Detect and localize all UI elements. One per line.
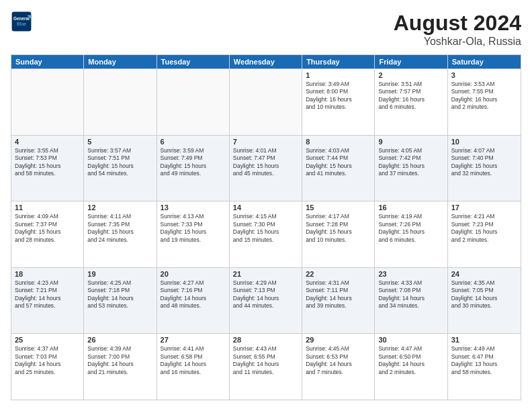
day-number: 22 — [306, 270, 371, 278]
day-info: Sunrise: 4:47 AM Sunset: 6:50 PM Dayligh… — [378, 345, 443, 376]
day-info: Sunrise: 4:05 AM Sunset: 7:42 PM Dayligh… — [378, 147, 443, 178]
day-number: 24 — [451, 270, 517, 278]
day-number: 17 — [451, 203, 517, 212]
calendar-header-cell: Sunday — [11, 55, 84, 68]
day-info: Sunrise: 3:49 AM Sunset: 8:00 PM Dayligh… — [306, 81, 371, 111]
calendar-header-cell: Monday — [84, 55, 157, 68]
day-number: 2 — [378, 71, 443, 79]
day-info: Sunrise: 4:31 AM Sunset: 7:11 PM Dayligh… — [306, 279, 371, 310]
calendar-header-cell: Thursday — [302, 55, 375, 68]
day-number: 23 — [378, 270, 443, 278]
day-info: Sunrise: 3:59 AM Sunset: 7:49 PM Dayligh… — [161, 147, 226, 178]
page-subtitle: Yoshkar-Ola, Russia — [394, 36, 521, 48]
calendar-header-cell: Friday — [375, 55, 447, 68]
svg-text:Blue: Blue — [17, 21, 26, 26]
calendar-cell-empty — [157, 69, 230, 135]
day-number: 29 — [306, 336, 371, 344]
calendar-cell: 10Sunrise: 4:07 AM Sunset: 7:40 PM Dayli… — [448, 136, 521, 201]
day-number: 13 — [161, 203, 226, 212]
calendar-header-cell: Saturday — [448, 55, 521, 68]
day-info: Sunrise: 4:17 AM Sunset: 7:28 PM Dayligh… — [306, 213, 371, 244]
day-info: Sunrise: 4:21 AM Sunset: 7:23 PM Dayligh… — [451, 213, 517, 244]
day-info: Sunrise: 4:43 AM Sunset: 6:55 PM Dayligh… — [233, 345, 298, 376]
day-number: 21 — [233, 270, 298, 278]
day-info: Sunrise: 4:45 AM Sunset: 6:53 PM Dayligh… — [306, 345, 371, 376]
day-info: Sunrise: 4:29 AM Sunset: 7:13 PM Dayligh… — [233, 279, 298, 310]
day-info: Sunrise: 4:49 AM Sunset: 6:47 PM Dayligh… — [451, 345, 517, 376]
calendar-cell: 11Sunrise: 4:09 AM Sunset: 7:37 PM Dayli… — [11, 201, 84, 267]
day-number: 26 — [87, 336, 152, 344]
calendar-cell: 22Sunrise: 4:31 AM Sunset: 7:11 PM Dayli… — [302, 268, 375, 334]
calendar-cell: 23Sunrise: 4:33 AM Sunset: 7:08 PM Dayli… — [375, 268, 447, 334]
logo: General Blue — [11, 11, 32, 32]
calendar-cell: 2Sunrise: 3:51 AM Sunset: 7:57 PM Daylig… — [375, 69, 447, 135]
day-number: 27 — [161, 336, 226, 344]
calendar-cell: 12Sunrise: 4:11 AM Sunset: 7:35 PM Dayli… — [84, 201, 157, 267]
day-number: 5 — [87, 138, 152, 146]
day-number: 31 — [451, 336, 517, 344]
calendar-cell: 24Sunrise: 4:35 AM Sunset: 7:05 PM Dayli… — [448, 268, 521, 334]
day-number: 9 — [378, 138, 443, 146]
calendar-cell: 17Sunrise: 4:21 AM Sunset: 7:23 PM Dayli… — [448, 201, 521, 267]
calendar: SundayMondayTuesdayWednesdayThursdayFrid… — [11, 54, 521, 400]
calendar-cell: 5Sunrise: 3:57 AM Sunset: 7:51 PM Daylig… — [84, 136, 157, 201]
calendar-cell: 15Sunrise: 4:17 AM Sunset: 7:28 PM Dayli… — [302, 201, 375, 267]
calendar-cell: 7Sunrise: 4:01 AM Sunset: 7:47 PM Daylig… — [230, 136, 302, 201]
calendar-cell: 14Sunrise: 4:15 AM Sunset: 7:30 PM Dayli… — [230, 201, 302, 267]
calendar-cell: 20Sunrise: 4:27 AM Sunset: 7:16 PM Dayli… — [157, 268, 230, 334]
day-number: 18 — [15, 270, 80, 278]
day-number: 10 — [451, 138, 517, 146]
day-number: 14 — [233, 203, 298, 212]
calendar-row: 11Sunrise: 4:09 AM Sunset: 7:37 PM Dayli… — [11, 201, 521, 267]
day-info: Sunrise: 4:19 AM Sunset: 7:26 PM Dayligh… — [378, 213, 443, 244]
calendar-row: 1Sunrise: 3:49 AM Sunset: 8:00 PM Daylig… — [11, 68, 521, 135]
logo-icon: General Blue — [11, 11, 32, 32]
calendar-cell: 29Sunrise: 4:45 AM Sunset: 6:53 PM Dayli… — [302, 334, 375, 400]
day-info: Sunrise: 3:55 AM Sunset: 7:53 PM Dayligh… — [15, 147, 80, 178]
calendar-cell: 13Sunrise: 4:13 AM Sunset: 7:33 PM Dayli… — [157, 201, 230, 267]
day-number: 30 — [378, 336, 443, 344]
day-number: 1 — [306, 71, 371, 79]
calendar-cell: 28Sunrise: 4:43 AM Sunset: 6:55 PM Dayli… — [230, 334, 302, 400]
day-number: 11 — [15, 203, 80, 212]
day-number: 7 — [233, 138, 298, 146]
day-number: 4 — [15, 138, 80, 146]
day-number: 28 — [233, 336, 298, 344]
calendar-cell: 19Sunrise: 4:25 AM Sunset: 7:18 PM Dayli… — [84, 268, 157, 334]
day-number: 25 — [15, 336, 80, 344]
calendar-header: SundayMondayTuesdayWednesdayThursdayFrid… — [11, 55, 521, 68]
page-title: August 2024 — [394, 11, 521, 36]
day-info: Sunrise: 4:37 AM Sunset: 7:03 PM Dayligh… — [15, 345, 80, 376]
day-number: 20 — [161, 270, 226, 278]
day-info: Sunrise: 4:25 AM Sunset: 7:18 PM Dayligh… — [87, 279, 152, 310]
calendar-cell-empty — [230, 69, 302, 135]
day-number: 8 — [306, 138, 371, 146]
day-number: 12 — [87, 203, 152, 212]
day-number: 3 — [451, 71, 517, 79]
svg-text:General: General — [13, 16, 30, 21]
day-info: Sunrise: 3:51 AM Sunset: 7:57 PM Dayligh… — [378, 81, 443, 111]
calendar-row: 18Sunrise: 4:23 AM Sunset: 7:21 PM Dayli… — [11, 267, 521, 334]
day-info: Sunrise: 4:41 AM Sunset: 6:58 PM Dayligh… — [161, 345, 226, 376]
day-info: Sunrise: 4:13 AM Sunset: 7:33 PM Dayligh… — [161, 213, 226, 244]
calendar-row: 4Sunrise: 3:55 AM Sunset: 7:53 PM Daylig… — [11, 135, 521, 201]
calendar-body: 1Sunrise: 3:49 AM Sunset: 8:00 PM Daylig… — [11, 68, 521, 400]
day-number: 15 — [306, 203, 371, 212]
day-info: Sunrise: 4:39 AM Sunset: 7:00 PM Dayligh… — [87, 345, 152, 376]
title-block: August 2024 Yoshkar-Ola, Russia — [394, 11, 521, 48]
calendar-cell: 21Sunrise: 4:29 AM Sunset: 7:13 PM Dayli… — [230, 268, 302, 334]
calendar-cell: 9Sunrise: 4:05 AM Sunset: 7:42 PM Daylig… — [375, 136, 447, 201]
calendar-cell: 4Sunrise: 3:55 AM Sunset: 7:53 PM Daylig… — [11, 136, 84, 201]
calendar-row: 25Sunrise: 4:37 AM Sunset: 7:03 PM Dayli… — [11, 333, 521, 400]
day-info: Sunrise: 4:33 AM Sunset: 7:08 PM Dayligh… — [378, 279, 443, 310]
calendar-cell: 1Sunrise: 3:49 AM Sunset: 8:00 PM Daylig… — [302, 69, 375, 135]
calendar-cell: 6Sunrise: 3:59 AM Sunset: 7:49 PM Daylig… — [157, 136, 230, 201]
calendar-cell: 26Sunrise: 4:39 AM Sunset: 7:00 PM Dayli… — [84, 334, 157, 400]
day-info: Sunrise: 4:23 AM Sunset: 7:21 PM Dayligh… — [15, 279, 80, 310]
day-number: 16 — [378, 203, 443, 212]
page: General Blue August 2024 Yoshkar-Ola, Ru… — [0, 0, 532, 411]
day-info: Sunrise: 4:07 AM Sunset: 7:40 PM Dayligh… — [451, 147, 517, 178]
day-info: Sunrise: 4:35 AM Sunset: 7:05 PM Dayligh… — [451, 279, 517, 310]
day-info: Sunrise: 4:09 AM Sunset: 7:37 PM Dayligh… — [15, 213, 80, 244]
calendar-header-cell: Tuesday — [157, 55, 230, 68]
